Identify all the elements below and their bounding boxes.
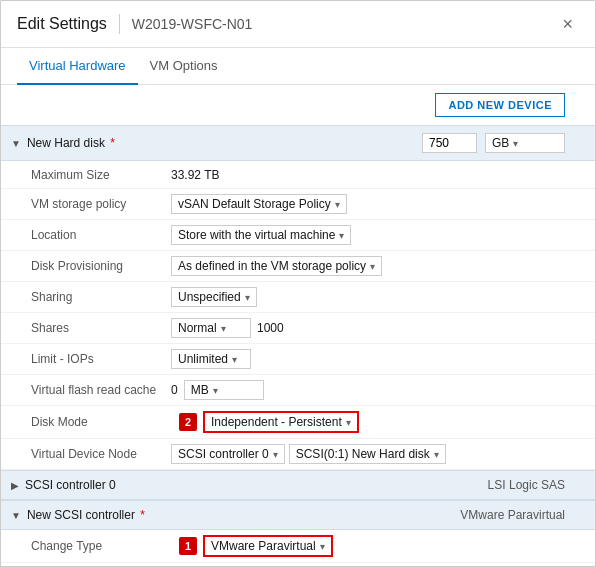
row-virtual-device-node: Virtual Device Node SCSI controller 0 ▾ … (1, 439, 595, 470)
row-value: Unspecified ▾ (171, 287, 585, 307)
row-location: Location Store with the virtual machine … (1, 220, 595, 251)
section-new-scsi-controller[interactable]: ▼ New SCSI controller * VMware Paravirtu… (1, 500, 595, 530)
modal-header: Edit Settings W2019-WSFC-N01 × (1, 1, 595, 48)
disk-size-input[interactable] (422, 133, 477, 153)
scsi-node-select[interactable]: SCSI(0:1) New Hard disk ▾ (289, 444, 446, 464)
chevron-down-icon: ▾ (434, 449, 439, 460)
row-maximum-size: Maximum Size 33.92 TB (1, 161, 595, 189)
row-label: VM storage policy (31, 197, 171, 211)
chevron-down-icon: ▼ (11, 138, 21, 149)
row-sharing: Sharing Unspecified ▾ (1, 282, 595, 313)
row-label: Disk Provisioning (31, 259, 171, 273)
row-change-type: Change Type 1 VMware Paravirtual ▾ (1, 530, 595, 563)
row-label: Change Type (31, 539, 171, 553)
required-asterisk: * (110, 136, 115, 150)
flash-cache-unit-select[interactable]: MB ▾ (184, 380, 264, 400)
modal-title: Edit Settings (17, 15, 107, 33)
tab-vm-options[interactable]: VM Options (138, 48, 230, 85)
row-label: Virtual Device Node (31, 447, 171, 461)
location-select[interactable]: Store with the virtual machine ▾ (171, 225, 351, 245)
chevron-right-icon: ▶ (11, 480, 19, 491)
add-new-device-button[interactable]: ADD NEW DEVICE (435, 93, 565, 117)
chevron-down-icon: ▾ (320, 541, 325, 552)
required-asterisk: * (140, 508, 145, 522)
header-separator (119, 14, 120, 34)
row-limit-iops: Limit - IOPs Unlimited ▾ (1, 344, 595, 375)
section-new-hard-disk[interactable]: ▼ New Hard disk * GB ▾ (1, 125, 595, 161)
row-disk-mode: Disk Mode 2 Independent - Persistent ▾ (1, 406, 595, 439)
row-disk-provisioning: Disk Provisioning As defined in the VM s… (1, 251, 595, 282)
disk-provisioning-select[interactable]: As defined in the VM storage policy ▾ (171, 256, 382, 276)
row-virtual-flash-read-cache: Virtual flash read cache 0 MB ▾ (1, 375, 595, 406)
close-button[interactable]: × (556, 13, 579, 35)
sharing-select[interactable]: Unspecified ▾ (171, 287, 257, 307)
section-value: VMware Paravirtual (460, 508, 585, 522)
row-scsi-bus-sharing: SCSI Bus Sharing Physical ▾ (1, 563, 595, 566)
tab-bar: Virtual Hardware VM Options (1, 48, 595, 85)
chevron-down-icon: ▾ (513, 138, 518, 149)
row-label: Maximum Size (31, 168, 171, 182)
section-value: LSI Logic SAS (488, 478, 585, 492)
row-value: vSAN Default Storage Policy ▾ (171, 194, 585, 214)
row-value: SCSI controller 0 ▾ SCSI(0:1) New Hard d… (171, 444, 585, 464)
chevron-down-icon: ▾ (339, 230, 344, 241)
change-type-select[interactable]: VMware Paravirtual ▾ (203, 535, 333, 557)
limit-iops-select[interactable]: Unlimited ▾ (171, 349, 251, 369)
badge-1: 1 (179, 537, 197, 555)
row-shares: Shares Normal ▾ 1000 (1, 313, 595, 344)
toolbar: ADD NEW DEVICE (1, 85, 595, 125)
row-label: Shares (31, 321, 171, 335)
chevron-down-icon: ▾ (213, 385, 218, 396)
flash-cache-value: 0 (171, 383, 178, 397)
edit-settings-modal: Edit Settings W2019-WSFC-N01 × Virtual H… (0, 0, 596, 567)
disk-unit-select[interactable]: GB ▾ (485, 133, 565, 153)
row-label: Virtual flash read cache (31, 383, 171, 397)
row-vm-storage-policy: VM storage policy vSAN Default Storage P… (1, 189, 595, 220)
shares-number: 1000 (257, 321, 284, 335)
scsi-controller-select[interactable]: SCSI controller 0 ▾ (171, 444, 285, 464)
tab-virtual-hardware[interactable]: Virtual Hardware (17, 48, 138, 85)
row-value: 0 MB ▾ (171, 380, 585, 400)
chevron-down-icon: ▾ (273, 449, 278, 460)
section-disk-size-value: GB ▾ (422, 133, 585, 153)
row-label: Location (31, 228, 171, 242)
shares-select[interactable]: Normal ▾ (171, 318, 251, 338)
row-value: Unlimited ▾ (171, 349, 585, 369)
row-value: 33.92 TB (171, 168, 585, 182)
chevron-down-icon: ▾ (335, 199, 340, 210)
row-label: Sharing (31, 290, 171, 304)
row-label: Disk Mode (31, 415, 171, 429)
chevron-down-icon: ▾ (232, 354, 237, 365)
vm-storage-policy-select[interactable]: vSAN Default Storage Policy ▾ (171, 194, 347, 214)
chevron-down-icon: ▾ (346, 417, 351, 428)
row-value: 1 VMware Paravirtual ▾ (171, 535, 585, 557)
badge-2: 2 (179, 413, 197, 431)
chevron-down-icon: ▾ (370, 261, 375, 272)
section-label: New Hard disk * (27, 136, 115, 150)
chevron-down-icon: ▾ (245, 292, 250, 303)
row-value: Store with the virtual machine ▾ (171, 225, 585, 245)
section-scsi-controller-0[interactable]: ▶ SCSI controller 0 LSI Logic SAS (1, 470, 595, 500)
section-label: New SCSI controller * (27, 508, 145, 522)
row-value: As defined in the VM storage policy ▾ (171, 256, 585, 276)
row-label: Limit - IOPs (31, 352, 171, 366)
content-area: ADD NEW DEVICE ▼ New Hard disk * GB ▾ Ma… (1, 85, 595, 566)
section-label: SCSI controller 0 (25, 478, 116, 492)
scroll-area[interactable]: ▼ New Hard disk * GB ▾ Maximum Size 33.9… (1, 125, 595, 566)
chevron-down-icon: ▼ (11, 510, 21, 521)
row-value: 2 Independent - Persistent ▾ (171, 411, 585, 433)
row-value: Normal ▾ 1000 (171, 318, 585, 338)
disk-mode-select[interactable]: Independent - Persistent ▾ (203, 411, 359, 433)
chevron-down-icon: ▾ (221, 323, 226, 334)
modal-subtitle: W2019-WSFC-N01 (132, 16, 253, 32)
